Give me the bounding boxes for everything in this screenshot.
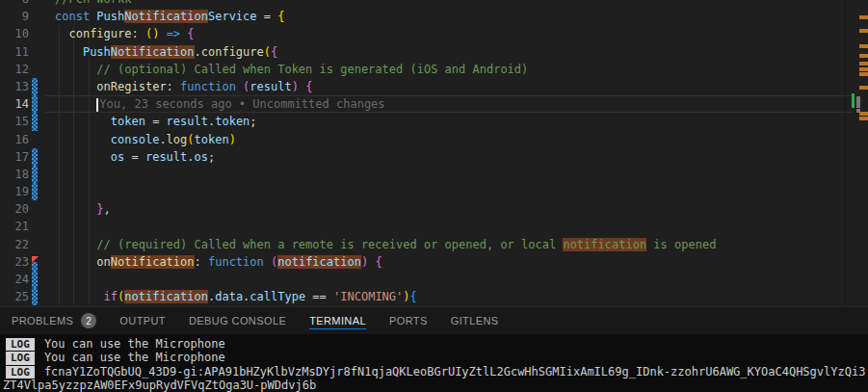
search-match-highlight: notification (124, 290, 208, 303)
bottom-panel: PROBLEMS2OUTPUTDEBUG CONSOLETERMINALPORT… (0, 306, 868, 392)
line-number[interactable]: 10 (0, 25, 29, 42)
overview-modified-line-mark (852, 93, 855, 108)
log-badge: LOG (6, 366, 35, 379)
overview-search-match-mark (859, 67, 868, 71)
tab-terminal[interactable]: TERMINAL (309, 307, 366, 334)
terminal-output[interactable]: LOGYou can use the MicrophoneLOGYou can … (0, 334, 868, 392)
change-flag-icon (32, 256, 39, 263)
modified-gutter-indicator (32, 271, 38, 288)
modified-gutter-indicator (32, 148, 38, 166)
line-number[interactable]: 22 (0, 236, 29, 253)
code-line[interactable]: 10 configure: () => { (0, 25, 868, 42)
tab-output[interactable]: OUTPUT (119, 307, 166, 334)
code-line[interactable]: 21 (0, 218, 868, 235)
overview-search-match-mark (859, 117, 868, 120)
code-line[interactable]: 9const PushNotificationService = { (0, 8, 868, 25)
search-match-highlight: notification (277, 255, 361, 269)
code-line[interactable]: 8//Pch Workk (0, 0, 868, 8)
code-text: PushNotification.configure({ (55, 43, 868, 61)
terminal-log-text: fcnaY1ZoTQGbUQ_43D9-gi:APA91bHZyKlbVzMsD… (44, 365, 866, 379)
tab-label: TERMINAL (309, 315, 366, 327)
overview-gray-mark (856, 104, 860, 108)
code-line[interactable]: 19 (0, 183, 868, 200)
code-text: onRegister: function (result) { (55, 78, 868, 95)
modified-gutter-indicator (32, 113, 38, 130)
code-text: onNotification: function (notification) … (55, 253, 868, 271)
code-text: // (optional) Called when Token is gener… (55, 61, 868, 78)
tab-ports[interactable]: PORTS (389, 307, 428, 334)
line-number[interactable]: 21 (0, 218, 29, 235)
problems-count-badge: 2 (81, 313, 96, 328)
line-number[interactable]: 23 (0, 253, 29, 271)
modified-gutter-indicator (32, 95, 38, 113)
panel-tab-bar: PROBLEMS2OUTPUTDEBUG CONSOLETERMINALPORT… (0, 307, 868, 334)
code-line[interactable]: 24 (0, 271, 868, 288)
terminal-line: LOGYou can use the Microphone (0, 351, 868, 364)
code-text: You, 23 seconds ago • Uncommitted change… (55, 95, 868, 113)
code-line[interactable]: 14 You, 23 seconds ago • Uncommitted cha… (0, 95, 868, 113)
log-badge: LOG (6, 352, 35, 364)
code-text: configure: () => { (55, 25, 868, 42)
overview-search-match-mark (859, 72, 868, 76)
code-line[interactable]: 12 // (optional) Called when Token is ge… (0, 61, 868, 78)
tab-label: OUTPUT (119, 315, 166, 327)
modified-gutter-indicator (32, 166, 38, 183)
tab-label: PORTS (389, 315, 428, 327)
code-line[interactable]: 17 os = result.os; (0, 148, 868, 166)
overview-search-match-mark (859, 62, 868, 65)
modified-gutter-indicator (32, 183, 38, 200)
tab-gitlens[interactable]: GITLENS (451, 307, 499, 334)
line-number[interactable]: 12 (0, 61, 29, 78)
log-badge: LOG (6, 338, 35, 351)
tab-label: DEBUG CONSOLE (189, 315, 286, 327)
terminal-log-text: You can use the Microphone (44, 337, 225, 351)
code-text: os = result.os; (55, 148, 868, 166)
code-text: //Pch Workk (55, 0, 868, 8)
tab-debug-console[interactable]: DEBUG CONSOLE (189, 307, 286, 334)
line-number[interactable]: 11 (0, 43, 29, 61)
overview-search-match-mark (859, 29, 868, 33)
overview-search-match-mark (859, 54, 868, 58)
code-line[interactable]: 13 onRegister: function (result) { (0, 78, 868, 95)
code-line[interactable]: 25 if(notification.data.callType == 'INC… (0, 288, 868, 305)
code-line[interactable]: 22 // (required) Called when a remote is… (0, 236, 868, 253)
line-number[interactable]: 13 (0, 78, 29, 95)
code-line[interactable]: 15 token = result.token; (0, 113, 868, 130)
search-match-highlight: Notification (111, 45, 195, 59)
line-number[interactable]: 14 (0, 95, 29, 113)
code-text: const PushNotificationService = { (55, 8, 868, 25)
code-line[interactable]: 16 console.log(token) (0, 131, 868, 148)
code-line[interactable]: 11 PushNotification.configure({ (0, 43, 868, 61)
search-match-highlight: Notification (111, 255, 195, 269)
code-line[interactable]: 23 onNotification: function (notificatio… (0, 253, 868, 271)
modified-gutter-indicator (32, 288, 38, 305)
tab-label: PROBLEMS (12, 315, 73, 327)
line-number[interactable]: 17 (0, 148, 29, 166)
code-editor[interactable]: 8//Pch Workk9const PushNotificationServi… (0, 0, 868, 306)
line-number[interactable]: 18 (0, 166, 29, 183)
code-line[interactable]: 18 (0, 166, 868, 183)
code-text: console.log(token) (55, 131, 868, 148)
overview-search-match-mark (859, 86, 868, 90)
line-number[interactable]: 25 (0, 288, 29, 305)
line-number[interactable]: 20 (0, 200, 29, 218)
search-match-highlight: notification (563, 238, 646, 251)
terminal-log-text: You can use the Microphone (44, 351, 225, 364)
line-number[interactable]: 15 (0, 113, 29, 130)
code-text: // (required) Called when a remote is re… (55, 236, 868, 253)
code-text: }, (55, 200, 868, 218)
overview-search-match-mark (859, 44, 868, 48)
vscode-window: 8//Pch Workk9const PushNotificationServi… (0, 0, 868, 392)
line-number[interactable]: 24 (0, 271, 29, 288)
terminal-line: ZT4Vlpa5yzzpzAW0EFx9upRydVFVqZtOga3U-pWD… (0, 379, 868, 392)
line-number[interactable]: 16 (0, 131, 29, 148)
code-line[interactable]: 20 }, (0, 200, 868, 218)
modified-gutter-indicator (32, 262, 38, 271)
tab-problems[interactable]: PROBLEMS2 (12, 307, 96, 334)
code-text: if(notification.data.callType == 'INCOMI… (55, 288, 868, 305)
line-number[interactable]: 8 (0, 0, 29, 8)
tab-label: GITLENS (451, 315, 499, 327)
line-number[interactable]: 19 (0, 183, 29, 200)
editor-right-edge (845, 0, 846, 306)
line-number[interactable]: 9 (0, 8, 29, 25)
